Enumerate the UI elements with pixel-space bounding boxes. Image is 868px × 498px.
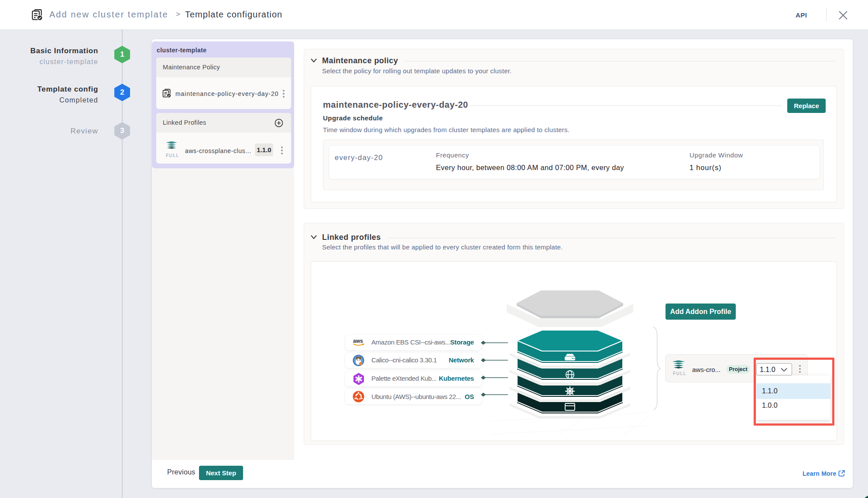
svg-text:aws: aws bbox=[353, 338, 363, 344]
